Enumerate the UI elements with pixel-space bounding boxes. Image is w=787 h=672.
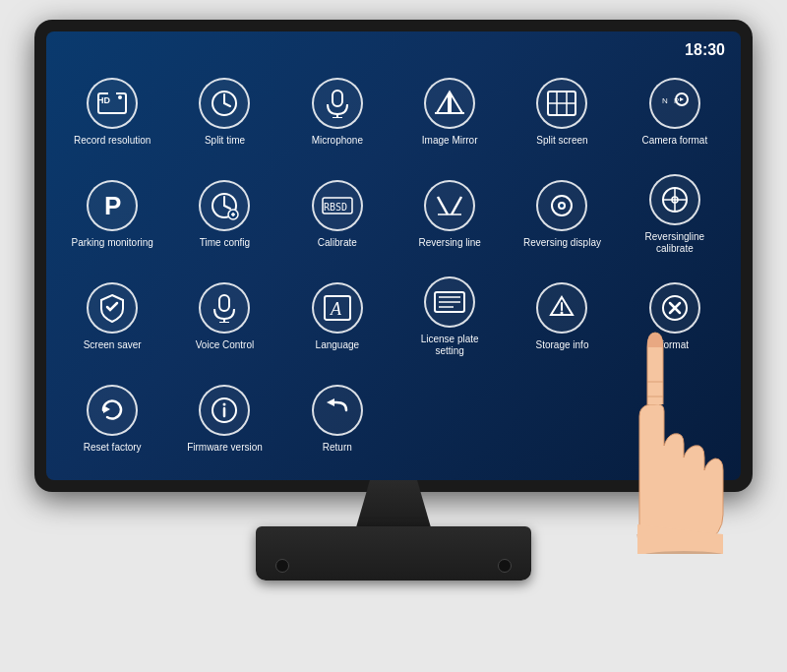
menu-label-microphone: Microphone bbox=[312, 135, 363, 147]
menu-item-image-mirror[interactable]: Image Mirror bbox=[394, 61, 506, 163]
menu-label-time-config: Time config bbox=[200, 237, 250, 249]
menu-label-firmware-version: Firmware version bbox=[187, 442, 263, 454]
svg-text:N: N bbox=[662, 96, 668, 105]
menu-label-image-mirror: Image Mirror bbox=[422, 135, 478, 147]
menu-item-voice-control[interactable]: Voice Control bbox=[168, 266, 280, 368]
svg-marker-8 bbox=[437, 93, 449, 113]
menu-grid: HD Record resolution bbox=[46, 31, 741, 480]
menu-label-return: Return bbox=[323, 442, 352, 454]
menu-label-storage-info: Storage info bbox=[536, 339, 589, 351]
svg-rect-37 bbox=[219, 295, 229, 311]
menu-label-parking-monitoring: Parking monitoring bbox=[71, 237, 152, 249]
menu-item-language[interactable]: A Language bbox=[281, 266, 394, 368]
menu-item-split-time[interactable]: Split time bbox=[168, 61, 280, 163]
rev-line-icon bbox=[424, 180, 475, 231]
storage-icon bbox=[536, 282, 587, 334]
svg-marker-56 bbox=[327, 398, 334, 406]
parking-icon: P bbox=[87, 180, 138, 231]
menu-label-reversing-line: Reversing line bbox=[418, 237, 480, 249]
menu-item-empty-1 bbox=[394, 368, 506, 470]
format-icon bbox=[649, 282, 700, 334]
return-icon bbox=[312, 385, 363, 436]
menu-item-empty-3 bbox=[619, 368, 731, 470]
time-config-icon bbox=[199, 180, 250, 231]
svg-line-21 bbox=[224, 206, 230, 209]
menu-item-storage-info[interactable]: Storage info bbox=[506, 266, 618, 368]
menu-item-firmware-version[interactable]: Firmware version bbox=[168, 368, 280, 470]
svg-rect-5 bbox=[333, 91, 342, 106]
menu-item-camera-format[interactable]: N P Camera format bbox=[619, 61, 731, 163]
svg-point-32 bbox=[560, 204, 564, 208]
menu-item-reversing-display[interactable]: Reversing display bbox=[506, 163, 618, 266]
rev-cal-icon bbox=[649, 174, 700, 225]
svg-point-55 bbox=[223, 403, 226, 406]
reset-icon bbox=[87, 385, 138, 436]
menu-item-reset-factory[interactable]: Reset factory bbox=[56, 368, 168, 470]
shield-icon bbox=[87, 282, 138, 334]
menu-label-record-resolution: Record resolution bbox=[74, 135, 151, 147]
svg-point-48 bbox=[561, 312, 564, 315]
svg-text:A: A bbox=[330, 299, 342, 319]
monitor-bezel: 18:30 HD Record resolution bbox=[34, 20, 753, 492]
cam-format-icon: N P bbox=[649, 78, 700, 129]
menu-label-format: format bbox=[661, 339, 689, 351]
mic-icon bbox=[312, 78, 363, 129]
menu-label-language: Language bbox=[316, 339, 360, 351]
stand-base bbox=[256, 526, 531, 580]
language-icon: A bbox=[312, 282, 363, 334]
license-icon bbox=[424, 276, 475, 328]
menu-item-format[interactable]: format bbox=[619, 266, 731, 368]
svg-text:HD: HD bbox=[97, 95, 110, 105]
menu-label-calibrate: Calibrate bbox=[318, 237, 357, 249]
menu-label-voice-control: Voice Control bbox=[196, 339, 254, 351]
menu-item-reversingline-calibrate[interactable]: Reversingline calibrate bbox=[619, 163, 731, 266]
menu-item-calibrate[interactable]: RBSD Calibrate bbox=[281, 163, 394, 266]
split-screen-icon bbox=[536, 78, 587, 129]
menu-label-split-time: Split time bbox=[205, 135, 245, 147]
svg-text:P: P bbox=[104, 191, 121, 220]
menu-item-time-config[interactable]: Time config bbox=[168, 163, 280, 266]
svg-line-4 bbox=[224, 103, 230, 106]
screen: 18:30 HD Record resolution bbox=[46, 31, 741, 480]
menu-label-camera-format: Camera format bbox=[641, 135, 707, 147]
svg-text:RBSD: RBSD bbox=[324, 202, 347, 213]
time-display: 18:30 bbox=[685, 41, 725, 59]
menu-item-screen-saver[interactable]: Screen saver bbox=[56, 266, 168, 368]
menu-item-record-resolution[interactable]: HD Record resolution bbox=[56, 61, 168, 163]
svg-line-28 bbox=[452, 197, 461, 214]
menu-item-return[interactable]: Return bbox=[281, 368, 394, 470]
menu-item-license-plate[interactable]: License plate setting bbox=[394, 266, 506, 368]
menu-label-reversingline-calibrate: Reversingline calibrate bbox=[633, 231, 716, 255]
menu-item-split-screen[interactable]: Split screen bbox=[506, 61, 618, 163]
menu-label-reset-factory: Reset factory bbox=[84, 442, 142, 454]
menu-label-reversing-display: Reversing display bbox=[523, 237, 601, 249]
info-icon bbox=[199, 385, 250, 436]
menu-label-license-plate: License plate setting bbox=[408, 334, 492, 357]
svg-marker-52 bbox=[103, 405, 110, 413]
menu-label-split-screen: Split screen bbox=[536, 135, 587, 147]
svg-marker-9 bbox=[451, 93, 462, 113]
mirror-icon bbox=[424, 78, 475, 129]
clock-icon bbox=[199, 78, 250, 129]
calibrate-icon: RBSD bbox=[312, 180, 363, 231]
rev-display-icon bbox=[536, 180, 587, 231]
svg-line-27 bbox=[438, 197, 448, 214]
voice-icon bbox=[199, 282, 250, 334]
hd-cam-icon: HD bbox=[87, 78, 138, 129]
menu-item-parking-monitoring[interactable]: P Parking monitoring bbox=[56, 163, 168, 266]
svg-point-1 bbox=[118, 95, 122, 99]
menu-label-screen-saver: Screen saver bbox=[84, 339, 142, 351]
menu-item-empty-2 bbox=[506, 368, 618, 470]
monitor-wrapper: 18:30 HD Record resolution bbox=[0, 0, 787, 672]
svg-point-59 bbox=[635, 551, 733, 554]
menu-item-microphone[interactable]: Microphone bbox=[281, 61, 394, 163]
menu-item-reversing-line[interactable]: Reversing line bbox=[394, 163, 506, 266]
